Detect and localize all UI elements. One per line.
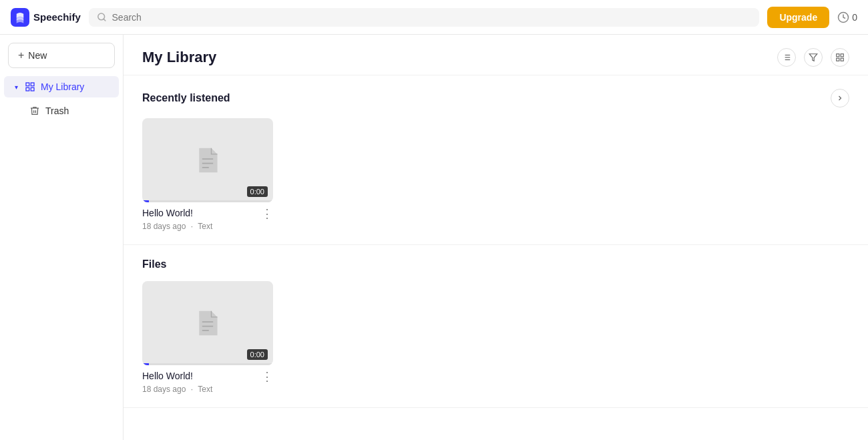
content-header: My Library bbox=[124, 35, 868, 75]
topbar: Speechify Upgrade 0 bbox=[0, 0, 868, 35]
logo-text: Speechify bbox=[33, 11, 81, 23]
svg-rect-16 bbox=[841, 54, 843, 57]
card-menu-button[interactable]: ⋮ bbox=[257, 208, 273, 220]
card-thumbnail: 0:00 bbox=[142, 118, 273, 202]
card-time: 18 days ago bbox=[142, 222, 186, 231]
progress-fill bbox=[142, 363, 149, 365]
main-layout: + New ▾ My Library Trash My Library bbox=[0, 35, 868, 440]
header-actions bbox=[777, 48, 849, 67]
svg-rect-18 bbox=[841, 58, 843, 61]
card-thumbnail: 0:00 bbox=[142, 281, 273, 365]
section-title-recently-listened: Recently listened bbox=[142, 92, 230, 104]
page-title: My Library bbox=[142, 49, 216, 66]
sidebar-item-trash[interactable]: Trash bbox=[4, 100, 119, 122]
card-title: Hello World! bbox=[142, 371, 257, 381]
chevron-icon: ▾ bbox=[15, 83, 18, 91]
sidebar-item-label: My Library bbox=[41, 81, 84, 92]
svg-rect-4 bbox=[26, 83, 29, 86]
card-meta: 18 days ago · Text bbox=[142, 385, 273, 394]
credits-count: 0 bbox=[852, 12, 857, 23]
document-icon bbox=[196, 310, 220, 337]
search-icon bbox=[97, 12, 107, 22]
svg-rect-17 bbox=[837, 58, 839, 61]
library-icon bbox=[25, 81, 35, 92]
svg-marker-14 bbox=[809, 54, 817, 61]
content-area: My Library bbox=[124, 35, 868, 440]
section-title-files: Files bbox=[142, 258, 166, 270]
sidebar: + New ▾ My Library Trash bbox=[0, 35, 124, 440]
credits-display: 0 bbox=[837, 11, 857, 23]
filter-icon[interactable] bbox=[804, 48, 823, 67]
speechify-logo-icon bbox=[11, 8, 29, 27]
sidebar-item-trash-label: Trash bbox=[45, 105, 69, 116]
card-menu-button[interactable]: ⋮ bbox=[257, 371, 273, 383]
document-icon bbox=[196, 147, 220, 174]
search-bar[interactable] bbox=[89, 8, 760, 27]
svg-rect-6 bbox=[26, 87, 29, 91]
recently-listened-card-0[interactable]: 0:00 Hello World! ⋮ 18 days ago · Text bbox=[142, 118, 273, 231]
progress-bar bbox=[142, 200, 273, 202]
files-cards: 0:00 Hello World! ⋮ 18 days ago · Text bbox=[142, 281, 849, 394]
files-section: Files 0:00 bbox=[124, 245, 868, 408]
sort-icon[interactable] bbox=[777, 48, 796, 67]
svg-rect-5 bbox=[31, 83, 34, 86]
grid-view-icon[interactable] bbox=[831, 48, 849, 67]
upgrade-button[interactable]: Upgrade bbox=[767, 7, 829, 28]
card-title: Hello World! bbox=[142, 208, 257, 218]
card-type: Text bbox=[198, 385, 212, 394]
progress-fill bbox=[142, 200, 149, 202]
recently-listened-section: Recently listened bbox=[124, 75, 868, 245]
card-meta: 18 days ago · Text bbox=[142, 222, 273, 231]
logo[interactable]: Speechify bbox=[11, 8, 81, 27]
card-time: 18 days ago bbox=[142, 385, 186, 394]
svg-rect-7 bbox=[31, 87, 34, 91]
duration-badge: 0:00 bbox=[247, 349, 268, 360]
new-button-label: New bbox=[28, 50, 47, 61]
new-button[interactable]: + New bbox=[8, 43, 115, 68]
card-info: Hello World! ⋮ bbox=[142, 365, 273, 383]
section-header-recently-listened: Recently listened bbox=[142, 89, 849, 107]
svg-rect-15 bbox=[837, 54, 839, 57]
recently-listened-next-button[interactable] bbox=[831, 89, 849, 107]
recently-listened-cards: 0:00 Hello World! ⋮ 18 days ago · Text bbox=[142, 118, 849, 231]
plus-icon: + bbox=[18, 49, 24, 61]
card-type: Text bbox=[198, 222, 212, 231]
trash-icon bbox=[29, 105, 40, 116]
section-header-files: Files bbox=[142, 258, 849, 270]
svg-line-2 bbox=[103, 19, 105, 21]
sidebar-item-my-library[interactable]: ▾ My Library bbox=[4, 76, 119, 97]
files-card-0[interactable]: 0:00 Hello World! ⋮ 18 days ago · Text bbox=[142, 281, 273, 394]
credits-icon bbox=[837, 11, 849, 23]
card-info: Hello World! ⋮ bbox=[142, 202, 273, 220]
duration-badge: 0:00 bbox=[247, 186, 268, 197]
progress-bar bbox=[142, 363, 273, 365]
search-input[interactable] bbox=[112, 12, 752, 23]
